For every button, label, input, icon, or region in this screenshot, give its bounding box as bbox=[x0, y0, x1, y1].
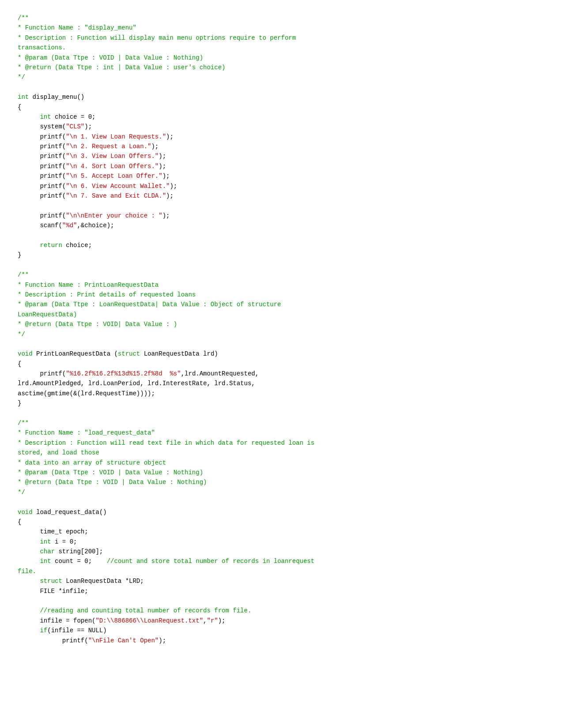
code-line: printf("\n 7. Save and Exit CLDA."); bbox=[18, 191, 545, 201]
comment-line: /** bbox=[18, 418, 545, 428]
code-line: return choice; bbox=[18, 240, 545, 250]
function-block-2: void PrintLoanRequestData (struct LoanRe… bbox=[18, 349, 545, 408]
code-line: printf("\n\nEnter your choice : "); bbox=[18, 211, 545, 221]
comment-line: * @return (Data Ttpe : VOID | Data Value… bbox=[18, 477, 545, 487]
code-line: char string[200]; bbox=[18, 547, 545, 556]
code-line: //reading and counting total number of r… bbox=[18, 606, 545, 615]
comment-line: * Function Name : "display_menu" bbox=[18, 23, 545, 33]
function-signature-3: void load_request_data() bbox=[18, 507, 545, 517]
code-line: printf("\n 6. View Account Wallet."); bbox=[18, 181, 545, 191]
comment-block-3: /** * Function Name : "load_request_data… bbox=[18, 418, 545, 497]
code-line: file. bbox=[18, 567, 545, 576]
comment-line: */ bbox=[18, 330, 545, 339]
code-line: } bbox=[18, 250, 545, 260]
code-line: printf("\n 2. Request a Loan."); bbox=[18, 142, 545, 151]
code-line: int choice = 0; bbox=[18, 112, 545, 122]
blank-line bbox=[18, 83, 545, 92]
comment-line: * Description : Function will display ma… bbox=[18, 33, 545, 43]
code-line: struct LoanRequestData *LRD; bbox=[18, 576, 545, 586]
code-container: /** * Function Name : "display_menu" * D… bbox=[18, 13, 545, 645]
code-line: FILE *infile; bbox=[18, 586, 545, 596]
comment-line: /** bbox=[18, 13, 545, 23]
code-line: printf("\n 3. View Loan Offers."); bbox=[18, 151, 545, 161]
comment-line: * data into an array of structure object bbox=[18, 458, 545, 468]
code-line: { bbox=[18, 359, 545, 369]
code-line: int i = 0; bbox=[18, 537, 545, 547]
comment-line: * Description : Print details of request… bbox=[18, 290, 545, 300]
code-line: scanf("%d",&choice); bbox=[18, 221, 545, 230]
comment-line: stored, and load those bbox=[18, 448, 545, 458]
comment-line: * @return (Data Ttpe : int | Data Value … bbox=[18, 63, 545, 72]
blank-line bbox=[18, 596, 545, 606]
comment-line: * @param (Data Ttpe : VOID | Data Value … bbox=[18, 53, 545, 63]
comment-line: * Function Name : PrintLoanRequestData bbox=[18, 280, 545, 290]
code-line: printf("\n 1. View Loan Requests."); bbox=[18, 132, 545, 142]
function-signature-2: void PrintLoanRequestData (struct LoanRe… bbox=[18, 349, 545, 359]
blank-line bbox=[18, 339, 545, 349]
comment-line: LoanRequestData) bbox=[18, 310, 545, 319]
function-block-3: void load_request_data() { time_t epoch;… bbox=[18, 507, 545, 645]
comment-line: * Function Name : "load_request_data" bbox=[18, 428, 545, 438]
comment-block-2: /** * Function Name : PrintLoanRequestDa… bbox=[18, 270, 545, 339]
comment-line: */ bbox=[18, 488, 545, 497]
code-line: int count = 0; //count and store total n… bbox=[18, 556, 545, 566]
blank-line bbox=[18, 497, 545, 507]
code-line: } bbox=[18, 398, 545, 408]
code-line: asctime(gmtime(&(lrd.RequestTime)))); bbox=[18, 389, 545, 398]
blank-line bbox=[18, 201, 545, 210]
blank-line bbox=[18, 409, 545, 418]
code-line: { bbox=[18, 517, 545, 527]
comment-line: /** bbox=[18, 270, 545, 280]
code-line: infile = fopen("D:\\886866\\LoanRequest.… bbox=[18, 616, 545, 626]
code-line: system("CLS"); bbox=[18, 122, 545, 131]
comment-line: */ bbox=[18, 72, 545, 82]
comment-line: transactions. bbox=[18, 43, 545, 53]
code-line: printf("\n 4. Sort Loan Offers."); bbox=[18, 161, 545, 171]
code-line: lrd.AmountPledged, lrd.LoanPeriod, lrd.I… bbox=[18, 379, 545, 388]
comment-line: * Description : Function will read text … bbox=[18, 438, 545, 448]
code-line: printf("\n 5. Accept Loan Offer."); bbox=[18, 171, 545, 181]
code-line: { bbox=[18, 102, 545, 112]
blank-line bbox=[18, 260, 545, 270]
comment-line: * @param (Data Ttpe : VOID | Data Value … bbox=[18, 468, 545, 477]
code-line: printf("\nFile Can't Open"); bbox=[18, 636, 545, 645]
function-signature-1: int display_menu() bbox=[18, 92, 545, 102]
code-line: time_t epoch; bbox=[18, 527, 545, 537]
function-block-1: int display_menu() { int choice = 0; sys… bbox=[18, 92, 545, 260]
comment-line: * @return (Data Ttpe : VOID| Data Value … bbox=[18, 319, 545, 329]
code-line: printf("%16.2f%16.2f%13d%15.2f%8d %s",lr… bbox=[18, 369, 545, 379]
blank-line bbox=[18, 231, 545, 240]
code-line: if(infile == NULL) bbox=[18, 626, 545, 635]
comment-block-1: /** * Function Name : "display_menu" * D… bbox=[18, 13, 545, 83]
comment-line: * @param (Data Ttpe : LoanRequestData| D… bbox=[18, 300, 545, 309]
